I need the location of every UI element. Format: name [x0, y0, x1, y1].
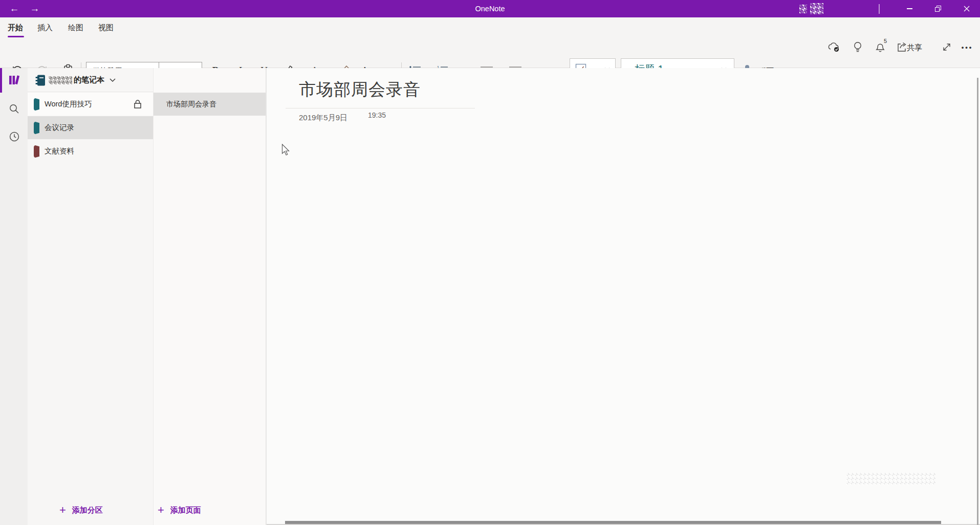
onenote-window: ← → OneNote 开始 插入 绘图 视图 — [0, 0, 980, 525]
sync-status-button[interactable] — [825, 40, 843, 54]
notebooks-library-icon — [8, 74, 20, 86]
lightbulb-icon — [853, 41, 863, 53]
watermark-redacted — [846, 473, 935, 485]
notebook-title: 的笔记本 — [74, 75, 104, 85]
expand-diagonal-icon — [942, 42, 952, 52]
section-tab-icon — [33, 145, 40, 158]
notebooks-nav-button[interactable] — [8, 74, 21, 87]
page-title[interactable]: 市场部周会录音 — [299, 78, 421, 101]
fullscreen-button[interactable] — [938, 40, 956, 54]
plus-icon: + — [158, 505, 164, 516]
add-page-button[interactable]: + 添加页面 — [158, 503, 201, 517]
section-label: Word使用技巧 — [45, 99, 92, 109]
section-item-word-tips[interactable]: Word使用技巧 — [28, 93, 153, 116]
add-section-label: 添加分区 — [72, 506, 103, 515]
section-label: 会议记录 — [45, 123, 74, 133]
close-button[interactable] — [952, 0, 980, 17]
tab-draw[interactable]: 绘图 — [68, 23, 83, 38]
tell-me-button[interactable] — [848, 40, 867, 54]
account-name-redacted — [799, 5, 807, 13]
search-button[interactable] — [8, 102, 21, 116]
tab-view[interactable]: 视图 — [98, 23, 114, 38]
ribbon: 开始 插入 绘图 视图 5 — [0, 17, 980, 68]
active-tab-indicator — [8, 36, 24, 37]
close-icon — [964, 6, 970, 12]
titlebar-separator — [879, 4, 880, 14]
notebook-icon — [35, 74, 46, 86]
cloud-synced-icon — [827, 41, 841, 53]
account-avatar-redacted[interactable] — [810, 3, 823, 14]
mouse-cursor — [281, 144, 290, 156]
recent-notes-button[interactable] — [8, 130, 21, 143]
chevron-down-icon — [110, 78, 116, 82]
section-tab-icon — [33, 98, 40, 111]
page-time[interactable]: 19:35 — [368, 111, 386, 119]
notification-count-badge: 5 — [884, 38, 887, 44]
share-label[interactable]: 共享 — [907, 43, 922, 53]
add-section-button[interactable]: + 添加分区 — [59, 503, 103, 517]
restore-icon — [935, 6, 941, 12]
page-title-label: 市场部周会录音 — [166, 100, 216, 109]
page-list-pane: 市场部周会录音 + 添加页面 — [154, 68, 266, 525]
minimize-icon — [907, 8, 912, 9]
app-title: OneNote — [0, 0, 980, 17]
notebook-switcher[interactable]: 的笔记本 — [28, 68, 154, 92]
vertical-scrollbar[interactable] — [977, 78, 978, 525]
tab-insert[interactable]: 插入 — [37, 23, 53, 38]
minimize-button[interactable] — [895, 0, 924, 17]
notebook-owner-redacted — [49, 76, 72, 84]
title-divider — [286, 108, 475, 108]
search-icon — [9, 103, 20, 115]
clock-icon — [9, 131, 20, 142]
add-page-label: 添加页面 — [170, 506, 201, 515]
page-date[interactable]: 2019年5月9日 — [299, 113, 347, 123]
section-item-references[interactable]: 文献资料 — [28, 140, 153, 163]
page-canvas[interactable]: 市场部周会录音 2019年5月9日 19:35 — [266, 68, 980, 525]
section-label: 文献资料 — [45, 146, 74, 156]
notebook-pane: 的笔记本 Word使用技巧 会议记录 文献资料 — [28, 68, 154, 525]
ellipsis-icon: ••• — [962, 43, 973, 51]
more-options-button[interactable]: ••• — [958, 40, 976, 54]
titlebar: ← → OneNote — [0, 0, 980, 17]
section-tab-icon — [33, 121, 40, 135]
rail-selected-indicator — [0, 68, 2, 93]
restore-button[interactable] — [924, 0, 952, 17]
plus-icon: + — [59, 505, 66, 516]
lock-icon — [133, 99, 142, 109]
page-item-meeting-recording[interactable]: 市场部周会录音 — [154, 93, 266, 116]
section-item-meeting-notes[interactable]: 会议记录 — [28, 116, 153, 139]
